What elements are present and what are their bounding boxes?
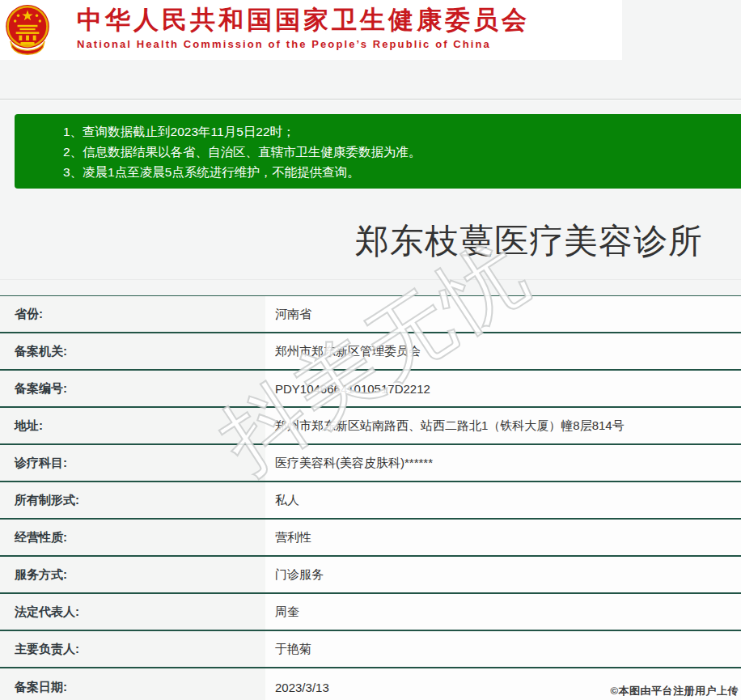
- row-label: 服务方式:: [0, 557, 265, 592]
- table-row: 法定代表人:周奎: [0, 594, 741, 631]
- notice-line-3: 3、凌晨1点至凌晨5点系统进行维护，不能提供查询。: [63, 162, 733, 182]
- row-value: PDY10466641010517D2212: [265, 371, 741, 406]
- clinic-detail-table: 省份:河南省备案机关:郑州市郑东新区管理委员会备案编号:PDY104666410…: [0, 295, 741, 700]
- prc-national-emblem-icon: [4, 2, 51, 58]
- notice-box: 1、查询数据截止到2023年11月5日22时； 2、信息数据结果以各省、自治区、…: [15, 114, 741, 189]
- title-divider: [0, 279, 741, 280]
- table-row: 省份:河南省: [0, 296, 741, 333]
- site-title-english: National Health Commission of the People…: [77, 38, 530, 50]
- row-label: 经营性质:: [0, 520, 265, 555]
- row-value: 河南省: [265, 296, 741, 332]
- table-row: 经营性质:营利性: [0, 520, 741, 557]
- table-row: 服务方式:门诊服务: [0, 557, 741, 594]
- row-label: 备案日期:: [0, 668, 265, 700]
- row-value: 门诊服务: [265, 557, 741, 592]
- row-value: 私人: [265, 482, 741, 518]
- row-value: 周奎: [265, 594, 741, 630]
- row-value: 郑州市郑东新区管理委员会: [265, 333, 741, 369]
- clinic-name-title: 郑东枝蔓医疗美容诊所: [355, 218, 703, 264]
- table-row: 主要负责人:于艳菊: [0, 631, 741, 668]
- table-row: 地址:郑州市郑东新区站南路西、站西二路北1（铁科大厦）幢8层814号: [0, 408, 741, 445]
- row-label: 诊疗科目:: [0, 445, 265, 481]
- row-label: 主要负责人:: [0, 631, 265, 667]
- notice-line-2: 2、信息数据结果以各省、自治区、直辖市卫生健康委数据为准。: [63, 142, 733, 162]
- row-label: 省份:: [0, 296, 265, 332]
- table-row: 备案机关:郑州市郑东新区管理委员会: [0, 333, 741, 371]
- site-title-chinese: 中华人民共和国国家卫生健康委员会: [77, 5, 530, 36]
- row-label: 备案编号:: [0, 371, 265, 406]
- row-value: 郑州市郑东新区站南路西、站西二路北1（铁科大厦）幢8层814号: [265, 408, 741, 443]
- notice-line-1: 1、查询数据截止到2023年11月5日22时；: [63, 121, 733, 142]
- row-label: 地址:: [0, 408, 265, 443]
- row-value: 于艳菊: [265, 631, 741, 667]
- row-value: 医疗美容科(美容皮肤科)******: [265, 445, 741, 481]
- row-label: 法定代表人:: [0, 594, 265, 630]
- header-divider: [0, 99, 741, 100]
- table-row: 诊疗科目:医疗美容科(美容皮肤科)******: [0, 445, 741, 482]
- row-value: 营利性: [265, 520, 741, 555]
- upload-attribution-caption: ©本图由平台注册用户上传: [610, 684, 739, 698]
- site-header: 中华人民共和国国家卫生健康委员会 National Health Commiss…: [0, 0, 622, 60]
- table-row: 备案编号:PDY10466641010517D2212: [0, 371, 741, 408]
- header-titles: 中华人民共和国国家卫生健康委员会 National Health Commiss…: [77, 5, 530, 50]
- row-label: 备案机关:: [0, 333, 265, 369]
- table-row: 所有制形式:私人: [0, 482, 741, 520]
- row-label: 所有制形式:: [0, 482, 265, 518]
